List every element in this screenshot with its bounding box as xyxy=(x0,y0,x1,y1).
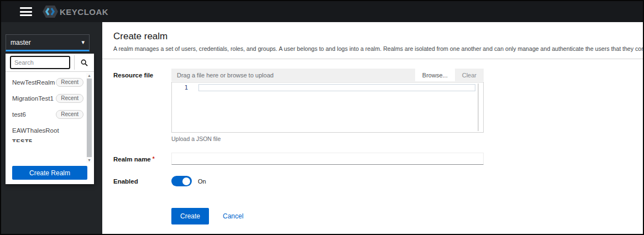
realm-list-item-clipped[interactable]: TEST5 xyxy=(6,138,85,142)
realm-name-control xyxy=(171,153,484,165)
editor-gutter: 1 xyxy=(172,82,196,132)
actions-row: Create Cancel xyxy=(113,186,643,224)
json-code-editor[interactable]: 1 xyxy=(171,82,484,133)
recent-badge: Recent xyxy=(56,110,83,119)
realm-name-row: Realm name* xyxy=(113,153,643,165)
realm-name: TEST5 xyxy=(12,138,33,142)
create-realm-form: Resource file Drag a file here or browse… xyxy=(102,59,643,224)
realm-dropdown-panel: NewTestRealm Recent MigrationTest1 Recen… xyxy=(6,54,94,184)
realm-list-item[interactable]: NewTestRealm Recent xyxy=(6,74,85,90)
realm-list-item[interactable]: MigrationTest1 Recent xyxy=(6,90,85,106)
enabled-toggle[interactable] xyxy=(171,176,192,186)
realm-selector-value: master xyxy=(11,39,81,46)
triangle-down-icon[interactable]: ▼ xyxy=(87,158,91,163)
realm-list: NewTestRealm Recent MigrationTest1 Recen… xyxy=(6,72,94,163)
cancel-link[interactable]: Cancel xyxy=(223,212,243,220)
realm-selector-dropdown[interactable]: master ▾ xyxy=(6,34,90,51)
realm-name-label: Realm name* xyxy=(113,153,171,165)
editor-scrollbar[interactable] xyxy=(478,83,479,131)
create-realm-button[interactable]: Create Realm xyxy=(12,166,87,180)
page-description: A realm manages a set of users, credenti… xyxy=(113,45,638,52)
masthead: KEYCLOAK xyxy=(1,1,643,22)
page-title: Create realm xyxy=(113,31,638,42)
toggle-state-label: On xyxy=(198,178,206,185)
triangle-up-icon[interactable]: ▲ xyxy=(87,73,91,78)
search-button[interactable] xyxy=(74,55,94,70)
file-drop-zone[interactable]: Drag a file here or browse to upload Bro… xyxy=(171,69,484,81)
keycloak-logo[interactable]: KEYCLOAK xyxy=(42,4,108,19)
drop-zone-placeholder: Drag a file here or browse to upload xyxy=(171,72,415,79)
realm-list-scrollbar[interactable]: ▲ ▼ xyxy=(86,73,92,163)
search-icon xyxy=(81,59,88,66)
realm-name: EAWThalesRoot xyxy=(12,127,59,134)
page-header: Create realm A realm manages a set of us… xyxy=(102,22,643,59)
required-asterisk: * xyxy=(153,156,155,162)
realm-search-row xyxy=(6,54,94,71)
realm-name: NewTestRealm xyxy=(12,79,55,86)
enabled-label: Enabled xyxy=(113,178,171,185)
toggle-knob xyxy=(182,177,190,185)
keycloak-logo-icon xyxy=(42,4,59,19)
clear-button[interactable]: Clear xyxy=(455,69,484,81)
realm-name-input[interactable] xyxy=(171,153,484,165)
form-actions: Create Cancel xyxy=(171,208,243,224)
realm-list-item[interactable]: test6 Recent xyxy=(6,106,85,122)
resource-file-control: Drag a file here or browse to upload Bro… xyxy=(171,69,484,142)
create-button[interactable]: Create xyxy=(171,208,209,224)
brand-text: KEYCLOAK xyxy=(60,7,108,17)
realm-name: MigrationTest1 xyxy=(12,95,54,102)
resource-file-row: Resource file Drag a file here or browse… xyxy=(113,69,643,142)
upload-helper-text: Upload a JSON file xyxy=(171,135,484,142)
resource-file-label: Resource file xyxy=(113,69,171,142)
enabled-control: On xyxy=(171,176,484,186)
realm-search-input[interactable] xyxy=(10,56,70,69)
recent-badge: Recent xyxy=(56,78,83,87)
recent-badge: Recent xyxy=(56,94,83,103)
chevron-down-icon: ▾ xyxy=(81,39,85,46)
editor-line-number: 1 xyxy=(172,82,196,91)
hamburger-icon[interactable] xyxy=(20,7,32,16)
main-content: Create realm A realm manages a set of us… xyxy=(102,22,643,234)
realm-list-item[interactable]: EAWThalesRoot xyxy=(6,122,85,138)
scrollbar-thumb[interactable] xyxy=(87,79,92,157)
sidebar: master ▾ NewTestRealm Recent xyxy=(1,22,102,234)
enabled-row: Enabled On xyxy=(113,176,643,186)
browse-button[interactable]: Browse... xyxy=(415,69,455,81)
keycloak-admin-window: KEYCLOAK master ▾ NewTestRealm xyxy=(0,0,644,235)
realm-name: test6 xyxy=(12,111,26,118)
editor-cursor-line[interactable] xyxy=(198,84,475,91)
